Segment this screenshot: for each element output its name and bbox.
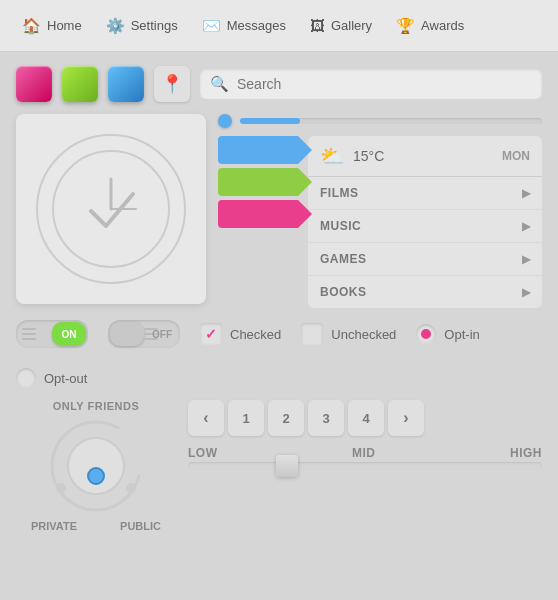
nav-awards-label: Awards: [421, 18, 464, 33]
toggle-off[interactable]: OFF: [108, 320, 180, 348]
knob-ring[interactable]: [46, 416, 146, 516]
menu-item-films[interactable]: FILMS ▶: [308, 177, 542, 210]
clock-face: [36, 134, 186, 284]
toggle-on-thumb: ON: [52, 322, 86, 346]
menu-arrow-books: ▶: [522, 286, 531, 299]
pagination: ‹ 1 2 3 4 ›: [188, 400, 542, 436]
page-button-3[interactable]: 3: [308, 400, 344, 436]
tag-green[interactable]: [218, 168, 298, 196]
menu-arrow-music: ▶: [522, 220, 531, 233]
lmh-slider-section: LOW MID HIGH: [188, 446, 542, 470]
menu-arrow-games: ▶: [522, 253, 531, 266]
lmh-slider-track[interactable]: [188, 462, 542, 470]
messages-icon: ✉️: [202, 17, 221, 35]
nav-awards[interactable]: 🏆 Awards: [384, 9, 476, 43]
slider-track[interactable]: [240, 118, 542, 124]
menu-books-label: BOOKS: [320, 285, 367, 299]
menu-films-label: FILMS: [320, 186, 359, 200]
toggle-on-label: ON: [62, 329, 77, 340]
toggle-lines-on: [22, 328, 36, 340]
tags-column: [218, 136, 298, 228]
menu-list: FILMS ▶ MUSIC ▶ GAMES ▶ BOOKS: [308, 177, 542, 308]
next-arrow-icon: ›: [403, 409, 408, 427]
page-next-button[interactable]: ›: [388, 400, 424, 436]
right-section: ‹ 1 2 3 4 ›: [188, 400, 542, 470]
checkbox-checked[interactable]: ✓ Checked: [200, 323, 281, 345]
search-icon: 🔍: [210, 75, 229, 93]
toggle-on[interactable]: ON: [16, 320, 88, 348]
slider-fill: [240, 118, 300, 124]
tag-pink[interactable]: [218, 200, 298, 228]
toggle-off-thumb: [110, 322, 144, 346]
svg-point-5: [126, 483, 136, 493]
weather-left: ⛅ 15°C: [320, 144, 384, 168]
slider-handle[interactable]: [218, 114, 232, 128]
toggle-off-label: OFF: [152, 329, 172, 340]
page-button-1[interactable]: 1: [228, 400, 264, 436]
nav-messages-label: Messages: [227, 18, 286, 33]
top-slider-row: [218, 114, 542, 128]
nav-gallery[interactable]: 🖼 Gallery: [298, 9, 384, 42]
pin-icon: 📍: [161, 73, 183, 95]
page-3-label: 3: [322, 411, 329, 426]
cb-check-icon: ✓: [205, 326, 217, 342]
nav-settings-label: Settings: [131, 18, 178, 33]
page-prev-button[interactable]: ‹: [188, 400, 224, 436]
settings-icon: ⚙️: [106, 17, 125, 35]
menu-item-books[interactable]: BOOKS ▶: [308, 276, 542, 308]
page-button-2[interactable]: 2: [268, 400, 304, 436]
home-icon: 🏠: [22, 17, 41, 35]
radio-opt-out-outer[interactable]: [16, 368, 36, 388]
cb-unchecked-label: Unchecked: [331, 327, 396, 342]
tag-blue[interactable]: [218, 136, 298, 164]
nav-home[interactable]: 🏠 Home: [10, 9, 94, 43]
cb-unchecked-box[interactable]: [301, 323, 323, 345]
nav-gallery-label: Gallery: [331, 18, 372, 33]
knob-public-label: PUBLIC: [120, 520, 161, 532]
mid-row: ⛅ 15°C MON FILMS ▶ MUSIC ▶: [218, 136, 542, 308]
color-button-pink[interactable]: [16, 66, 52, 102]
nav-settings[interactable]: ⚙️ Settings: [94, 9, 190, 43]
knob-private-label: PRIVATE: [31, 520, 77, 532]
knob-sub-labels: PRIVATE PUBLIC: [31, 520, 161, 532]
cb-checked-box[interactable]: ✓: [200, 323, 222, 345]
awards-icon: 🏆: [396, 17, 415, 35]
lmh-slider-thumb[interactable]: [276, 455, 298, 477]
knob-svg: [46, 416, 146, 516]
menu-item-games[interactable]: GAMES ▶: [308, 243, 542, 276]
radio-opt-in[interactable]: Opt-in: [416, 324, 479, 344]
radio-opt-out[interactable]: Opt-out: [16, 368, 87, 388]
menu-music-label: MUSIC: [320, 219, 361, 233]
search-input[interactable]: [237, 76, 532, 92]
search-box[interactable]: 🔍: [200, 69, 542, 99]
main-content: 📍 🔍: [0, 52, 558, 546]
lmh-labels: LOW MID HIGH: [188, 446, 542, 460]
menu-item-music[interactable]: MUSIC ▶: [308, 210, 542, 243]
row4: ONLY FRIENDS PRIVATE PUBLIC: [16, 400, 542, 532]
row3: ON OFF ✓ Checked Unchecked: [16, 320, 542, 388]
row1: 📍 🔍: [16, 66, 542, 102]
radio-opt-in-outer[interactable]: [416, 324, 436, 344]
radio-opt-in-inner: [421, 329, 431, 339]
color-button-blue[interactable]: [108, 66, 144, 102]
navbar: 🏠 Home ⚙️ Settings ✉️ Messages 🖼 Gallery…: [0, 0, 558, 52]
checkbox-unchecked[interactable]: Unchecked: [301, 323, 396, 345]
knob-section: ONLY FRIENDS PRIVATE PUBLIC: [16, 400, 176, 532]
menu-games-label: GAMES: [320, 252, 367, 266]
pin-button[interactable]: 📍: [154, 66, 190, 102]
page-2-label: 2: [282, 411, 289, 426]
cb-checked-label: Checked: [230, 327, 281, 342]
radio-opt-in-label: Opt-in: [444, 327, 479, 342]
prev-arrow-icon: ‹: [203, 409, 208, 427]
svg-point-6: [68, 438, 124, 494]
clock-svg: [51, 149, 171, 269]
row2: ⛅ 15°C MON FILMS ▶ MUSIC ▶: [16, 114, 542, 308]
nav-messages[interactable]: ✉️ Messages: [190, 9, 298, 43]
page-1-label: 1: [242, 411, 249, 426]
color-button-green[interactable]: [62, 66, 98, 102]
page-button-4[interactable]: 4: [348, 400, 384, 436]
weather-temp: 15°C: [353, 148, 384, 164]
weather-menu: ⛅ 15°C MON FILMS ▶ MUSIC ▶: [308, 136, 542, 308]
svg-point-7: [88, 468, 104, 484]
weather-day: MON: [502, 149, 530, 163]
